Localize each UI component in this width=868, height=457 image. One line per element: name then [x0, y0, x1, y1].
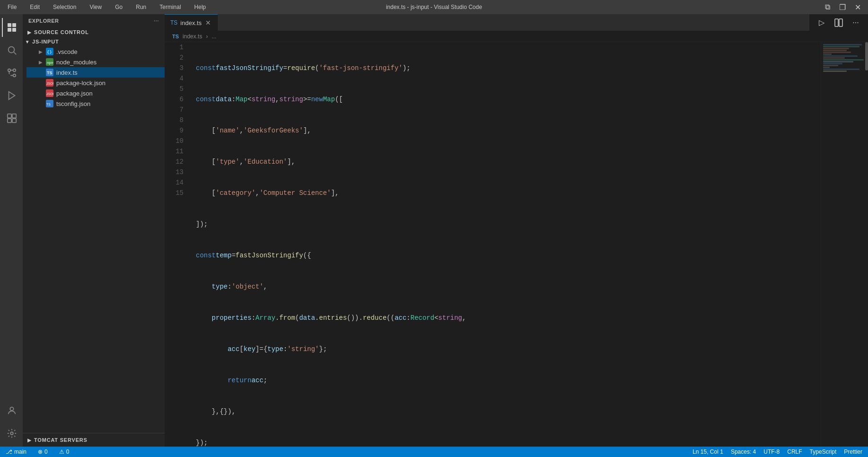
js-input-chevron: ▼: [25, 39, 30, 44]
line-numbers: 1 2 3 4 5 6 7 8 9 10 11 12 13 14 15: [165, 42, 188, 447]
code-line-1: const fastJsonStringify = require('fast-…: [196, 63, 821, 73]
svg-text:JSON: JSON: [46, 82, 53, 85]
tab-ts-icon: TS: [170, 19, 177, 26]
tsconfig-icon: TS: [45, 99, 54, 108]
tree-item-package-lock[interactable]: JSON package-lock.json: [26, 78, 165, 88]
tree-item-index-ts[interactable]: TS index.ts: [26, 67, 165, 78]
explorer-section: ▶ SOURCE CONTROL ▼ JS-INPUT ▶ {} .vscode: [23, 27, 165, 433]
warnings-icon: ⚠: [59, 448, 64, 455]
breadcrumb-filename[interactable]: index.ts: [183, 33, 202, 40]
close-button[interactable]: ✕: [852, 3, 863, 12]
maximize-button[interactable]: ❐: [837, 3, 848, 12]
status-spaces[interactable]: Spaces: 4: [729, 448, 758, 455]
js-input-header[interactable]: ▼ JS-INPUT: [23, 37, 165, 46]
more-actions-icon[interactable]: ···: [154, 18, 159, 24]
code-line-7: const temp = fastJsonStringify({: [196, 250, 821, 261]
source-control-chevron: ▶: [26, 30, 32, 35]
code-line-11: return acc;: [196, 375, 821, 386]
minimap: [821, 42, 868, 447]
tab-label: index.ts: [180, 19, 202, 26]
menu-selection[interactable]: Selection: [50, 3, 79, 11]
menu-edit[interactable]: Edit: [27, 3, 43, 11]
svg-rect-11: [12, 114, 16, 118]
activity-accounts[interactable]: [2, 401, 21, 420]
svg-rect-1: [12, 23, 16, 27]
code-editor[interactable]: 1 2 3 4 5 6 7 8 9 10 11 12 13 14 15: [165, 42, 821, 447]
window-controls[interactable]: ⧉ ❐ ✕: [822, 3, 863, 12]
status-language[interactable]: TypeScript: [808, 448, 839, 455]
breadcrumb-dots[interactable]: ...: [211, 33, 216, 40]
tomcat-servers-label: TOMCAT SERVERS: [34, 437, 88, 443]
svg-line-5: [14, 52, 16, 54]
activity-bar: [0, 14, 23, 447]
code-line-2: const data: Map<string, string> = new Ma…: [196, 94, 821, 105]
minimap-scrollbar[interactable]: [865, 42, 868, 70]
status-errors[interactable]: ⊗ 0: [36, 447, 50, 457]
language-label: TypeScript: [810, 448, 837, 455]
activity-extensions[interactable]: [2, 109, 21, 128]
svg-rect-3: [12, 28, 16, 32]
explorer-header: EXPLORER ···: [23, 14, 165, 27]
code-line-3: ['name', 'GeeksforGeeks'],: [196, 125, 821, 136]
status-encoding[interactable]: UTF-8: [762, 448, 781, 455]
source-control-header[interactable]: ▶ SOURCE CONTROL: [23, 27, 165, 37]
tree-item-package-json[interactable]: JSON package.json: [26, 88, 165, 98]
restore-button[interactable]: ⧉: [822, 3, 833, 12]
svg-rect-12: [8, 119, 11, 123]
menu-bar[interactable]: File Edit Selection View Go Run Terminal…: [5, 3, 209, 11]
code-content[interactable]: const fastJsonStringify = require('fast-…: [188, 42, 821, 447]
svg-text:{}: {}: [47, 50, 52, 54]
menu-view[interactable]: View: [87, 3, 105, 11]
code-line-4: ['type', 'Education'],: [196, 157, 821, 167]
activity-source-control[interactable]: [2, 63, 21, 82]
status-bar: ⎇ main ⊗ 0 ⚠ 0 Ln 15, Col 1 Spaces: 4 UT…: [0, 447, 868, 457]
status-warnings[interactable]: ⚠ 0: [57, 447, 71, 457]
tree-item-vscode[interactable]: ▶ {} .vscode: [26, 46, 165, 57]
code-line-10: acc[key] = { type: 'string' };: [196, 344, 821, 354]
svg-point-4: [9, 47, 15, 53]
minimap-content: [821, 42, 868, 74]
status-eol[interactable]: CRLF: [785, 448, 804, 455]
run-button[interactable]: ▷: [815, 16, 828, 29]
split-editor-button[interactable]: [832, 16, 845, 29]
js-input-label: JS-INPUT: [32, 39, 59, 44]
tab-close-button[interactable]: ✕: [204, 19, 212, 26]
activity-explorer[interactable]: [2, 18, 21, 37]
status-cursor[interactable]: Ln 15, Col 1: [691, 448, 725, 455]
svg-rect-2: [8, 28, 11, 32]
tree-item-node-modules[interactable]: ▶ npm node_modules: [26, 57, 165, 67]
tab-index-ts[interactable]: TS index.ts ✕: [165, 14, 218, 31]
more-editor-actions[interactable]: ···: [849, 16, 862, 29]
code-line-9: properties: Array.from(data.entries()).r…: [196, 313, 821, 323]
svg-rect-28: [835, 19, 838, 26]
title-bar: File Edit Selection View Go Run Terminal…: [0, 0, 868, 14]
activity-search[interactable]: [2, 41, 21, 60]
menu-go[interactable]: Go: [112, 3, 125, 11]
svg-rect-0: [8, 23, 11, 27]
package-json-icon: JSON: [45, 89, 54, 97]
tree-item-tsconfig[interactable]: TS tsconfig.json: [26, 98, 165, 109]
activity-debug[interactable]: [2, 86, 21, 105]
status-formatter[interactable]: Prettier: [842, 448, 864, 455]
menu-help[interactable]: Help: [192, 3, 209, 11]
svg-point-8: [13, 69, 16, 72]
svg-point-15: [10, 432, 13, 435]
spaces-label: Spaces: 4: [731, 448, 756, 455]
activity-settings[interactable]: [2, 424, 21, 443]
menu-terminal[interactable]: Terminal: [157, 3, 184, 11]
menu-file[interactable]: File: [5, 3, 19, 11]
menu-run[interactable]: Run: [133, 3, 149, 11]
breadcrumb-separator: ›: [206, 33, 208, 40]
svg-text:npm: npm: [47, 61, 53, 65]
tsconfig-name: tsconfig.json: [56, 100, 90, 107]
svg-marker-9: [9, 92, 15, 100]
vscode-folder-name: .vscode: [56, 48, 78, 55]
status-branch[interactable]: ⎇ main: [4, 447, 28, 457]
formatter-label: Prettier: [844, 448, 862, 455]
tomcat-servers-header[interactable]: ▶ TOMCAT SERVERS: [23, 435, 165, 445]
svg-point-14: [10, 407, 13, 411]
code-line-12: }, {}),: [196, 406, 821, 417]
explorer-actions[interactable]: ···: [154, 18, 159, 24]
ts-file-icon: TS: [45, 68, 54, 77]
svg-rect-10: [8, 114, 11, 118]
